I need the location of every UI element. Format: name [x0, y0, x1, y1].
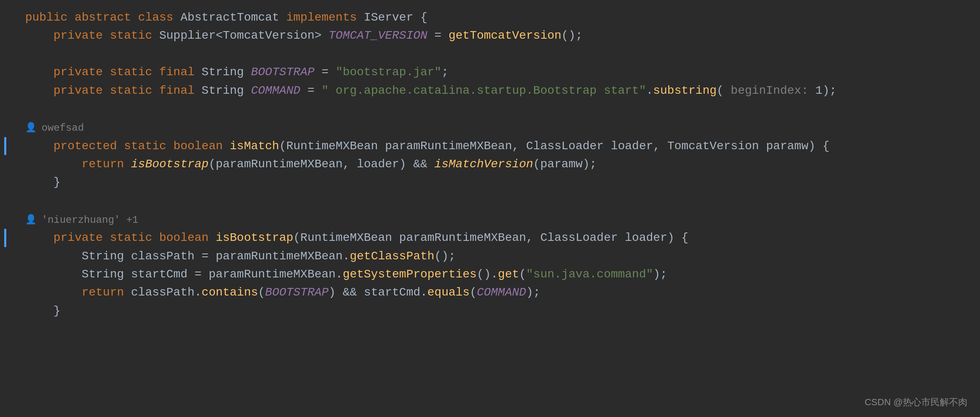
code-line: }	[25, 173, 963, 191]
user-icon: 👤	[25, 121, 37, 135]
line-content: }	[25, 302, 963, 320]
line-content: public abstract class AbstractTomcat imp…	[25, 8, 963, 26]
code-line: return classPath.contains(BOOTSTRAP) && …	[25, 283, 963, 301]
code-editor: public abstract class AbstractTomcat imp…	[0, 0, 980, 328]
code-line: public abstract class AbstractTomcat imp…	[25, 8, 963, 26]
line-content	[25, 192, 963, 210]
line-content: String classPath = paramRuntimeMXBean.ge…	[25, 247, 963, 265]
line-content: private static Supplier<TomcatVersion> T…	[25, 26, 963, 45]
line-content: return isBootstrap(paramRuntimeMXBean, l…	[25, 155, 963, 173]
line-content: private static final String COMMAND = " …	[25, 82, 963, 100]
code-line	[25, 192, 963, 210]
line-content: protected static boolean isMatch(Runtime…	[25, 137, 963, 155]
watermark-text: CSDN @热心市民解不肉	[865, 395, 967, 409]
line-content: private static boolean isBootstrap(Runti…	[25, 229, 963, 247]
code-line: String startCmd = paramRuntimeMXBean.get…	[25, 265, 963, 283]
line-content: private static final String BOOTSTRAP = …	[25, 63, 963, 81]
line-indicator	[4, 229, 6, 247]
annotation-text: 'niuerzhuang' +1	[42, 212, 138, 228]
line-content	[25, 45, 963, 63]
code-line: return isBootstrap(paramRuntimeMXBean, l…	[25, 155, 963, 173]
annotation-line: 👤'niuerzhuang' +1	[25, 210, 963, 229]
code-line	[25, 100, 963, 118]
code-line: }	[25, 302, 963, 320]
line-content	[25, 100, 963, 118]
annotation-line: 👤owefsad	[25, 118, 963, 137]
code-line: private static final String COMMAND = " …	[25, 82, 963, 100]
code-line: private static final String BOOTSTRAP = …	[25, 63, 963, 81]
code-line: String classPath = paramRuntimeMXBean.ge…	[25, 247, 963, 265]
user-icon: 👤	[25, 213, 37, 227]
line-content: String startCmd = paramRuntimeMXBean.get…	[25, 265, 963, 283]
line-content: }	[25, 173, 963, 191]
code-line: private static boolean isBootstrap(Runti…	[25, 229, 963, 247]
line-indicator	[4, 137, 6, 155]
annotation-text: owefsad	[42, 120, 84, 136]
code-line	[25, 45, 963, 63]
code-line: private static Supplier<TomcatVersion> T…	[25, 26, 963, 45]
line-content: return classPath.contains(BOOTSTRAP) && …	[25, 283, 963, 301]
code-line: protected static boolean isMatch(Runtime…	[25, 137, 963, 155]
